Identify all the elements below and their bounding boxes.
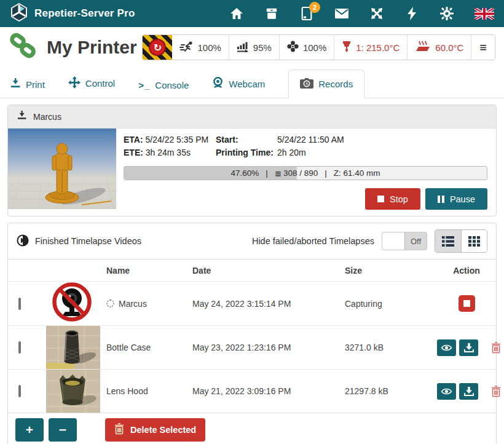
delete-selected-label: Delete Selected — [130, 425, 196, 435]
delete-record-icon[interactable] — [491, 386, 501, 397]
bed-temp-value: 60.0°C — [435, 42, 463, 53]
job-panel-header: Marcus — [8, 105, 496, 129]
fan-status[interactable]: 100% — [279, 35, 334, 60]
row-checkbox[interactable] — [18, 341, 21, 354]
pause-icon — [438, 196, 444, 203]
expand-arrows-icon[interactable] — [369, 6, 384, 21]
table-row: Bottle Case May 23, 2022 1:23:16 PM 3271… — [8, 325, 496, 369]
bolt-icon[interactable] — [404, 6, 419, 21]
mail-icon[interactable] — [334, 6, 349, 21]
record-size: Capturing — [345, 299, 437, 309]
printing-time-value: 2h 20m — [277, 148, 306, 157]
hide-failed-toggle[interactable]: Off — [382, 232, 427, 250]
printer-status-bar: ↻ 100% 95% 100% — [142, 34, 495, 60]
view-video-button[interactable] — [437, 339, 456, 356]
progress-separator: | — [266, 168, 268, 178]
stop-icon — [463, 300, 470, 307]
stop-button[interactable]: Stop — [365, 188, 420, 210]
record-date: May 23, 2022 1:23:16 PM — [192, 343, 345, 352]
record-name: Bottle Case — [106, 343, 192, 352]
gear-icon[interactable] — [439, 6, 454, 21]
progress-separator: | — [325, 168, 327, 178]
record-date: May 21, 2022 3:09:16 PM — [192, 386, 345, 396]
top-navbar: Repetier-Server Pro 2 — [0, 0, 504, 27]
pause-button[interactable]: Pause — [425, 188, 487, 210]
brand-name: Repetier-Server Pro — [34, 7, 135, 20]
archive-box-icon[interactable] — [264, 6, 279, 21]
z-height-value: Z: 61.40 mm — [334, 168, 380, 178]
home-icon[interactable] — [229, 6, 244, 21]
delete-selected-button[interactable]: Delete Selected — [105, 418, 205, 442]
heated-bed-icon — [415, 41, 431, 55]
tab-webcam[interactable]: Webcam — [212, 69, 265, 98]
ete-label: ETE: — [124, 148, 143, 157]
bed-temp-status[interactable]: 60.0°C — [407, 35, 471, 60]
minus-icon: − — [59, 422, 66, 437]
language-flag-icon[interactable] — [474, 6, 494, 21]
printer-menu-button[interactable]: ≡ — [471, 35, 495, 60]
print-queue-icon[interactable]: 2 — [299, 6, 314, 21]
column-date: Date — [192, 266, 345, 276]
delete-record-icon[interactable] — [491, 342, 501, 354]
job-info: ETA: 5/24/22 5:35 PM Start: 5/24/22 11:5… — [116, 129, 496, 216]
deselect-all-button[interactable]: − — [49, 418, 77, 442]
row-checkbox[interactable] — [18, 298, 21, 310]
flow-status[interactable]: 95% — [229, 35, 279, 60]
records-tab-icon — [300, 77, 313, 90]
extruder-icon — [342, 41, 352, 54]
grid-view-button[interactable] — [461, 230, 487, 252]
queue-badge: 2 — [309, 2, 320, 13]
progress-percent: 47.60% — [230, 168, 259, 178]
stop-capture-button[interactable] — [459, 295, 475, 312]
emergency-stop-button[interactable]: ↻ — [143, 35, 172, 60]
flow-value: 95% — [253, 42, 272, 53]
timelapse-title: Finished Timelapse Videos — [35, 236, 141, 246]
start-value: 5/24/22 11:50 AM — [277, 135, 344, 145]
printer-nozzle-icon — [17, 111, 27, 122]
stop-icon — [377, 196, 384, 202]
list-view-button[interactable] — [435, 230, 461, 252]
tab-console[interactable]: >_ Console — [138, 73, 189, 98]
trash-icon — [114, 423, 124, 437]
tab-records[interactable]: Records — [288, 69, 364, 98]
tab-print-label: Print — [26, 79, 45, 90]
tab-control[interactable]: Control — [68, 69, 115, 98]
view-switcher — [435, 229, 487, 253]
flow-icon — [237, 41, 249, 54]
tab-print[interactable]: Print — [10, 71, 45, 98]
printer-link-icon[interactable] — [9, 32, 37, 63]
toggle-knob — [382, 232, 405, 250]
print-progress-bar: 47.60% | ≡308 / 890 | Z: 61.40 mm — [124, 166, 487, 180]
extruder-temp-status[interactable]: 1: 215.0°C — [334, 35, 407, 60]
print-progress-text: 47.60% | ≡308 / 890 | Z: 61.40 mm — [124, 167, 487, 180]
tab-webcam-label: Webcam — [229, 79, 265, 89]
speed-icon — [179, 41, 193, 54]
job-buttons: Stop Pause — [124, 188, 487, 210]
column-action: Action — [437, 266, 496, 276]
job-preview-image — [8, 129, 116, 209]
download-video-button[interactable] — [459, 383, 478, 400]
row-checkbox[interactable] — [18, 385, 21, 397]
hamburger-icon: ≡ — [479, 41, 487, 55]
job-times: ETA: 5/24/22 5:35 PM Start: 5/24/22 11:5… — [124, 133, 487, 159]
layers-value: 308 / 890 — [283, 168, 318, 178]
view-video-button[interactable] — [437, 383, 456, 400]
column-size: Size — [345, 266, 437, 276]
column-name: Name — [106, 266, 192, 276]
plus-icon: + — [26, 422, 33, 437]
record-size: 3271.0 kB — [345, 343, 437, 352]
speed-status[interactable]: 100% — [172, 35, 228, 60]
pause-label: Pause — [450, 194, 475, 204]
download-video-button[interactable] — [459, 339, 478, 356]
layers-icon: ≡ — [275, 168, 282, 178]
hide-failed-label: Hide failed/aborted Timelapses — [252, 236, 374, 246]
record-thumbnail — [46, 326, 100, 369]
fan-icon — [287, 41, 299, 54]
record-name: Marcus — [119, 299, 147, 309]
stop-label: Stop — [390, 194, 408, 204]
capturing-spinner-icon — [106, 299, 114, 307]
brand[interactable]: Repetier-Server Pro — [10, 3, 135, 24]
select-all-button[interactable]: + — [15, 418, 44, 442]
record-name: Lens Hood — [106, 386, 192, 396]
job-body: ETA: 5/24/22 5:35 PM Start: 5/24/22 11:5… — [8, 129, 496, 216]
